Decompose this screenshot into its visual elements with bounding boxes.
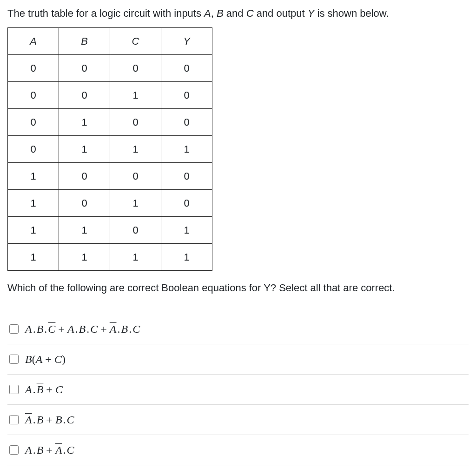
table-body: 00000010010001111000101011011111 — [8, 55, 212, 271]
table-cell: 1 — [59, 244, 110, 271]
option-4-checkbox[interactable] — [9, 415, 19, 424]
header-c: C — [110, 28, 161, 55]
table-cell: 0 — [59, 163, 110, 190]
table-cell: 0 — [161, 55, 212, 82]
table-cell: 1 — [161, 244, 212, 271]
term: A — [67, 321, 74, 337]
plus-icon: + — [43, 411, 55, 428]
table-cell: 1 — [59, 217, 110, 244]
option-4-expression: A.B+B.C — [25, 411, 74, 428]
dot-icon: . — [32, 321, 37, 337]
table-cell: 0 — [110, 163, 161, 190]
option-3-expression: A.B+C — [25, 381, 63, 398]
option-2-checkbox[interactable] — [9, 355, 19, 364]
table-cell: 0 — [59, 190, 110, 217]
table-cell: 1 — [110, 82, 161, 109]
table-cell: 1 — [8, 190, 59, 217]
plus-icon: + — [43, 381, 55, 398]
term: A — [36, 351, 43, 368]
table-row: 1111 — [8, 244, 212, 271]
option-1-checkbox[interactable] — [9, 324, 19, 334]
table-cell: 1 — [161, 136, 212, 163]
var-a: A — [204, 7, 211, 19]
table-cell: 0 — [59, 82, 110, 109]
term: A — [25, 442, 32, 458]
var-y: Y — [308, 7, 315, 19]
table-cell: 1 — [59, 109, 110, 136]
table-cell: 1 — [8, 244, 59, 271]
plus-icon: + — [98, 321, 110, 337]
intro-post: is shown below. — [314, 7, 389, 19]
term: C — [67, 442, 74, 458]
option-5: A.B+A.C — [7, 435, 469, 465]
truth-table: A B C Y 00000010010001111000101011011111 — [7, 27, 212, 271]
table-cell: 0 — [8, 109, 59, 136]
term: B — [37, 321, 44, 337]
term: C — [90, 321, 98, 337]
term: C — [132, 321, 140, 337]
option-3: A.B+C — [7, 375, 469, 405]
dot-icon: . — [62, 411, 67, 428]
term: B — [55, 411, 62, 428]
dot-icon: . — [32, 411, 37, 428]
table-cell: 0 — [161, 82, 212, 109]
term: B — [79, 321, 86, 337]
table-row: 0111 — [8, 136, 212, 163]
table-cell: 1 — [8, 217, 59, 244]
var-c: C — [246, 7, 254, 19]
table-row: 0100 — [8, 109, 212, 136]
term: C — [55, 381, 63, 398]
term-overline: A — [55, 442, 62, 458]
dot-icon: . — [86, 321, 90, 337]
option-3-checkbox[interactable] — [9, 385, 19, 394]
table-cell: 0 — [161, 163, 212, 190]
sep3: and output — [254, 7, 308, 19]
dot-icon: . — [128, 321, 132, 337]
options-list: A.B.C+A.B.C+A.B.C B(A+C) A.B+C A.B+B.C A… — [7, 314, 469, 465]
paren-open: ( — [32, 351, 36, 368]
table-cell: 0 — [161, 109, 212, 136]
option-5-checkbox[interactable] — [9, 445, 19, 455]
table-cell: 1 — [8, 163, 59, 190]
question-intro: The truth table for a logic circuit with… — [7, 6, 469, 21]
table-cell: 0 — [110, 217, 161, 244]
plus-icon: + — [55, 321, 67, 337]
option-2: B(A+C) — [7, 344, 469, 375]
dot-icon: . — [74, 321, 79, 337]
table-row: 1101 — [8, 217, 212, 244]
table-cell: 0 — [8, 82, 59, 109]
term: B — [121, 321, 128, 337]
table-row: 1000 — [8, 163, 212, 190]
option-5-expression: A.B+A.C — [25, 442, 74, 458]
dot-icon: . — [116, 321, 121, 337]
term: B — [25, 351, 32, 368]
term: C — [54, 351, 62, 368]
table-cell: 0 — [110, 109, 161, 136]
option-1: A.B.C+A.B.C+A.B.C — [7, 314, 469, 344]
plus-icon: + — [43, 442, 55, 458]
sep2: and — [224, 7, 246, 19]
header-a: A — [8, 28, 59, 55]
term-overline: A — [110, 321, 117, 337]
dot-icon: . — [43, 321, 48, 337]
term: A — [25, 381, 32, 398]
option-4: A.B+B.C — [7, 405, 469, 435]
dot-icon: . — [32, 442, 37, 458]
term-overline: A — [25, 411, 32, 428]
table-cell: 1 — [110, 136, 161, 163]
table-cell: 1 — [110, 190, 161, 217]
plus-icon: + — [42, 351, 54, 368]
table-cell: 1 — [161, 217, 212, 244]
table-row: 1010 — [8, 190, 212, 217]
table-cell: 0 — [8, 55, 59, 82]
term-overline: B — [37, 381, 44, 398]
paren-close: ) — [62, 351, 66, 368]
table-cell: 0 — [110, 55, 161, 82]
table-header-row: A B C Y — [8, 28, 212, 55]
intro-pre: The truth table for a logic circuit with… — [7, 7, 204, 19]
table-cell: 1 — [59, 136, 110, 163]
table-row: 0000 — [8, 55, 212, 82]
header-b: B — [59, 28, 110, 55]
header-y: Y — [161, 28, 212, 55]
dot-icon: . — [32, 381, 37, 398]
